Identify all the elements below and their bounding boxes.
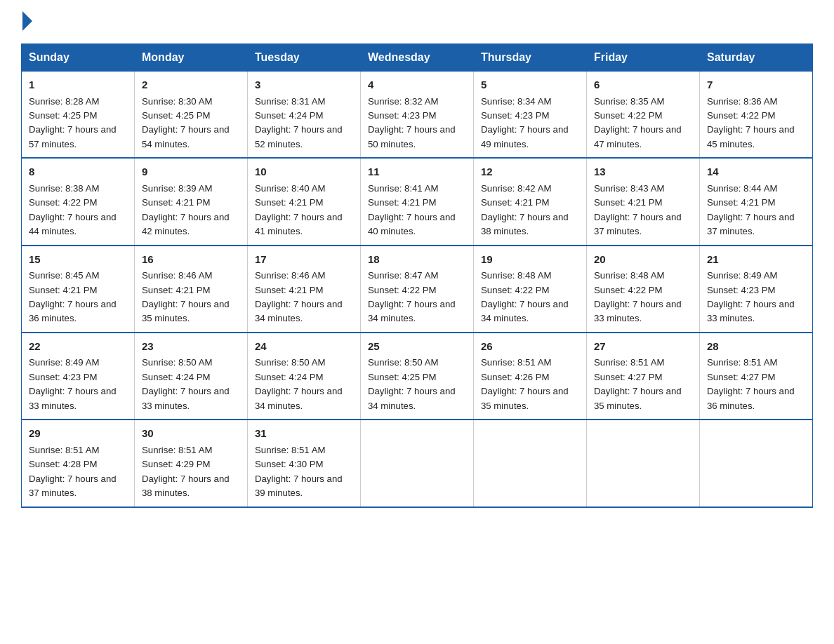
calendar-cell: 23Sunrise: 8:50 AMSunset: 4:24 PMDayligh…: [135, 333, 248, 420]
day-info: Sunrise: 8:50 AMSunset: 4:25 PMDaylight:…: [368, 357, 456, 410]
day-number: 1: [29, 77, 127, 93]
day-info: Sunrise: 8:46 AMSunset: 4:21 PMDaylight:…: [142, 270, 230, 323]
day-info: Sunrise: 8:45 AMSunset: 4:21 PMDaylight:…: [29, 270, 117, 323]
day-number: 6: [594, 77, 692, 93]
calendar-cell: 12Sunrise: 8:42 AMSunset: 4:21 PMDayligh…: [474, 158, 587, 245]
day-number: 5: [481, 77, 579, 93]
day-info: Sunrise: 8:41 AMSunset: 4:21 PMDaylight:…: [368, 183, 456, 236]
day-number: 21: [707, 252, 805, 268]
calendar-cell: [587, 420, 700, 507]
calendar-cell: 27Sunrise: 8:51 AMSunset: 4:27 PMDayligh…: [587, 333, 700, 420]
calendar-cell: 2Sunrise: 8:30 AMSunset: 4:25 PMDaylight…: [135, 72, 248, 159]
day-number: 14: [707, 164, 805, 180]
calendar-table: SundayMondayTuesdayWednesdayThursdayFrid…: [21, 43, 813, 508]
day-number: 15: [29, 252, 127, 268]
day-number: 31: [255, 426, 353, 442]
day-number: 13: [594, 164, 692, 180]
day-number: 29: [29, 426, 127, 442]
calendar-cell: 16Sunrise: 8:46 AMSunset: 4:21 PMDayligh…: [135, 246, 248, 333]
day-number: 2: [142, 77, 240, 93]
calendar-cell: 28Sunrise: 8:51 AMSunset: 4:27 PMDayligh…: [700, 333, 813, 420]
calendar-cell: 25Sunrise: 8:50 AMSunset: 4:25 PMDayligh…: [361, 333, 474, 420]
day-number: 12: [481, 164, 579, 180]
day-number: 20: [594, 252, 692, 268]
day-number: 18: [368, 252, 466, 268]
calendar-week-row: 1Sunrise: 8:28 AMSunset: 4:25 PMDaylight…: [22, 72, 813, 159]
day-number: 19: [481, 252, 579, 268]
calendar-cell: [361, 420, 474, 507]
calendar-day-header: Friday: [587, 44, 700, 72]
day-info: Sunrise: 8:39 AMSunset: 4:21 PMDaylight:…: [142, 183, 230, 236]
calendar-cell: 13Sunrise: 8:43 AMSunset: 4:21 PMDayligh…: [587, 158, 700, 245]
day-info: Sunrise: 8:38 AMSunset: 4:22 PMDaylight:…: [29, 183, 117, 236]
page-header: [21, 14, 813, 31]
day-info: Sunrise: 8:34 AMSunset: 4:23 PMDaylight:…: [481, 96, 569, 149]
calendar-cell: 26Sunrise: 8:51 AMSunset: 4:26 PMDayligh…: [474, 333, 587, 420]
calendar-cell: 19Sunrise: 8:48 AMSunset: 4:22 PMDayligh…: [474, 246, 587, 333]
day-number: 9: [142, 164, 240, 180]
day-number: 17: [255, 252, 353, 268]
calendar-cell: 24Sunrise: 8:50 AMSunset: 4:24 PMDayligh…: [248, 333, 361, 420]
calendar-day-header: Thursday: [474, 44, 587, 72]
calendar-cell: 30Sunrise: 8:51 AMSunset: 4:29 PMDayligh…: [135, 420, 248, 507]
calendar-week-row: 29Sunrise: 8:51 AMSunset: 4:28 PMDayligh…: [22, 420, 813, 507]
day-number: 28: [707, 339, 805, 355]
calendar-cell: 1Sunrise: 8:28 AMSunset: 4:25 PMDaylight…: [22, 72, 135, 159]
day-info: Sunrise: 8:46 AMSunset: 4:21 PMDaylight:…: [255, 270, 343, 323]
day-info: Sunrise: 8:47 AMSunset: 4:22 PMDaylight:…: [368, 270, 456, 323]
day-number: 3: [255, 77, 353, 93]
day-info: Sunrise: 8:35 AMSunset: 4:22 PMDaylight:…: [594, 96, 682, 149]
calendar-cell: 20Sunrise: 8:48 AMSunset: 4:22 PMDayligh…: [587, 246, 700, 333]
calendar-cell: 5Sunrise: 8:34 AMSunset: 4:23 PMDaylight…: [474, 72, 587, 159]
day-info: Sunrise: 8:51 AMSunset: 4:29 PMDaylight:…: [142, 445, 230, 498]
day-info: Sunrise: 8:48 AMSunset: 4:22 PMDaylight:…: [594, 270, 682, 323]
calendar-cell: [700, 420, 813, 507]
day-info: Sunrise: 8:40 AMSunset: 4:21 PMDaylight:…: [255, 183, 343, 236]
calendar-day-header: Saturday: [700, 44, 813, 72]
day-number: 24: [255, 339, 353, 355]
day-number: 8: [29, 164, 127, 180]
calendar-cell: 29Sunrise: 8:51 AMSunset: 4:28 PMDayligh…: [22, 420, 135, 507]
calendar-cell: [474, 420, 587, 507]
day-number: 4: [368, 77, 466, 93]
calendar-cell: 4Sunrise: 8:32 AMSunset: 4:23 PMDaylight…: [361, 72, 474, 159]
day-info: Sunrise: 8:48 AMSunset: 4:22 PMDaylight:…: [481, 270, 569, 323]
day-number: 22: [29, 339, 127, 355]
calendar-cell: 17Sunrise: 8:46 AMSunset: 4:21 PMDayligh…: [248, 246, 361, 333]
day-info: Sunrise: 8:51 AMSunset: 4:26 PMDaylight:…: [481, 357, 569, 410]
calendar-cell: 18Sunrise: 8:47 AMSunset: 4:22 PMDayligh…: [361, 246, 474, 333]
day-info: Sunrise: 8:51 AMSunset: 4:27 PMDaylight:…: [707, 357, 795, 410]
calendar-day-header: Monday: [135, 44, 248, 72]
day-info: Sunrise: 8:49 AMSunset: 4:23 PMDaylight:…: [29, 357, 117, 410]
calendar-cell: 10Sunrise: 8:40 AMSunset: 4:21 PMDayligh…: [248, 158, 361, 245]
day-info: Sunrise: 8:28 AMSunset: 4:25 PMDaylight:…: [29, 96, 117, 149]
day-number: 23: [142, 339, 240, 355]
calendar-week-row: 15Sunrise: 8:45 AMSunset: 4:21 PMDayligh…: [22, 246, 813, 333]
day-info: Sunrise: 8:30 AMSunset: 4:25 PMDaylight:…: [142, 96, 230, 149]
day-info: Sunrise: 8:49 AMSunset: 4:23 PMDaylight:…: [707, 270, 795, 323]
calendar-week-row: 8Sunrise: 8:38 AMSunset: 4:22 PMDaylight…: [22, 158, 813, 245]
calendar-cell: 3Sunrise: 8:31 AMSunset: 4:24 PMDaylight…: [248, 72, 361, 159]
calendar-day-header: Sunday: [22, 44, 135, 72]
day-number: 30: [142, 426, 240, 442]
day-info: Sunrise: 8:51 AMSunset: 4:27 PMDaylight:…: [594, 357, 682, 410]
day-info: Sunrise: 8:51 AMSunset: 4:30 PMDaylight:…: [255, 445, 343, 498]
calendar-cell: 31Sunrise: 8:51 AMSunset: 4:30 PMDayligh…: [248, 420, 361, 507]
day-number: 7: [707, 77, 805, 93]
calendar-day-header: Wednesday: [361, 44, 474, 72]
calendar-day-header: Tuesday: [248, 44, 361, 72]
calendar-cell: 21Sunrise: 8:49 AMSunset: 4:23 PMDayligh…: [700, 246, 813, 333]
calendar-cell: 8Sunrise: 8:38 AMSunset: 4:22 PMDaylight…: [22, 158, 135, 245]
day-number: 10: [255, 164, 353, 180]
day-info: Sunrise: 8:44 AMSunset: 4:21 PMDaylight:…: [707, 183, 795, 236]
calendar-cell: 14Sunrise: 8:44 AMSunset: 4:21 PMDayligh…: [700, 158, 813, 245]
day-info: Sunrise: 8:43 AMSunset: 4:21 PMDaylight:…: [594, 183, 682, 236]
calendar-cell: 22Sunrise: 8:49 AMSunset: 4:23 PMDayligh…: [22, 333, 135, 420]
calendar-cell: 15Sunrise: 8:45 AMSunset: 4:21 PMDayligh…: [22, 246, 135, 333]
logo: [21, 14, 32, 31]
calendar-cell: 11Sunrise: 8:41 AMSunset: 4:21 PMDayligh…: [361, 158, 474, 245]
calendar-cell: 9Sunrise: 8:39 AMSunset: 4:21 PMDaylight…: [135, 158, 248, 245]
calendar-week-row: 22Sunrise: 8:49 AMSunset: 4:23 PMDayligh…: [22, 333, 813, 420]
day-info: Sunrise: 8:32 AMSunset: 4:23 PMDaylight:…: [368, 96, 456, 149]
calendar-cell: 6Sunrise: 8:35 AMSunset: 4:22 PMDaylight…: [587, 72, 700, 159]
